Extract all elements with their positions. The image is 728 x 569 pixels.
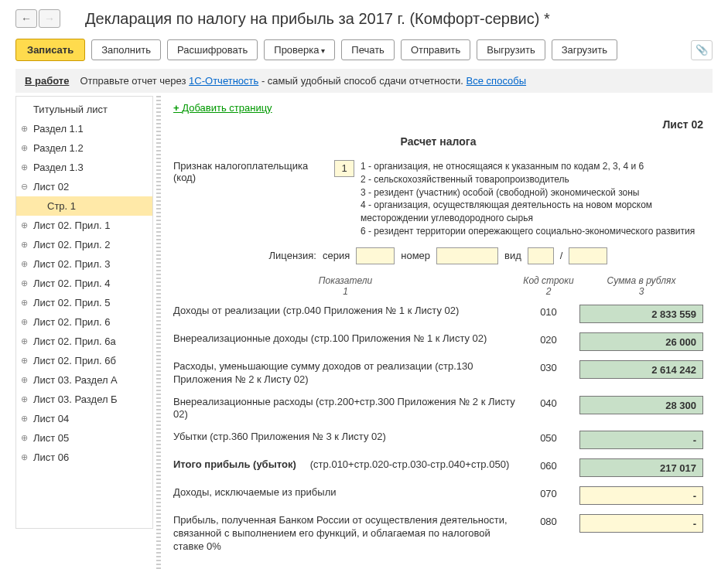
tree-item[interactable]: ⊕Лист 02. Прил. 1 <box>16 216 152 235</box>
write-button[interactable]: Записать <box>15 39 85 61</box>
expand-icon[interactable]: ⊕ <box>21 317 28 327</box>
value-input[interactable]: 2 614 242 <box>579 360 703 379</box>
header: ← → Декларация по налогу на прибыль за 2… <box>15 9 713 28</box>
row-desc: Доходы от реализации (стр.040 Приложения… <box>173 305 518 318</box>
expand-icon[interactable]: ⊕ <box>21 452 28 462</box>
tree-item-label: Лист 02. Прил. 2 <box>33 239 110 250</box>
license-type-input[interactable] <box>528 247 554 264</box>
value-input[interactable]: 2 833 559 <box>579 305 703 323</box>
tree-item-label: Лист 02. Прил. 5 <box>33 297 110 308</box>
tree-item[interactable]: ⊕Лист 02. Прил. 5 <box>16 293 152 312</box>
export-button[interactable]: Выгрузить <box>477 39 545 60</box>
tree-item[interactable]: ⊕Лист 03. Раздел А <box>16 370 152 390</box>
tree-item[interactable]: ⊕Лист 02. Прил. 4 <box>16 274 152 293</box>
tree-item-label: Лист 02 <box>33 181 69 193</box>
data-row: Доходы, исключаемые из прибыли070- <box>173 486 703 505</box>
check-button[interactable]: Проверка <box>264 39 335 60</box>
tree-item-label: Раздел 1.3 <box>33 162 84 173</box>
value-input[interactable]: 28 300 <box>579 396 703 414</box>
nav-buttons: ← → <box>15 9 60 28</box>
value-input[interactable]: 26 000 <box>579 332 703 351</box>
tree-item-label: Раздел 1.2 <box>33 142 84 154</box>
expand-icon[interactable]: ⊕ <box>21 162 28 172</box>
value-input[interactable]: - <box>579 514 703 533</box>
data-row: Внереализационные доходы (стр.100 Прилож… <box>173 332 703 351</box>
expand-icon[interactable]: ⊕ <box>21 240 28 250</box>
tree-item-label: Лист 05 <box>33 432 69 444</box>
expand-icon[interactable]: ⊖ <box>21 182 28 192</box>
expand-icon[interactable]: ⊕ <box>21 278 28 288</box>
service-link[interactable]: 1С-Отчетность <box>189 75 258 87</box>
row-code: 040 <box>525 396 572 409</box>
sidebar: Титульный лист⊕Раздел 1.1⊕Раздел 1.2⊕Раз… <box>15 96 153 529</box>
forward-button[interactable]: → <box>39 9 60 28</box>
expand-icon[interactable]: ⊕ <box>21 220 28 230</box>
tree-item[interactable]: Титульный лист <box>16 100 152 119</box>
tree-item[interactable]: ⊕Раздел 1.3 <box>16 158 152 177</box>
license-number-input[interactable] <box>436 247 498 264</box>
taxpayer-label: Признак налогоплательщика (код) <box>173 160 328 183</box>
data-row: Расходы, уменьшающие сумму доходов от ре… <box>173 360 703 387</box>
row-desc: Внереализационные доходы (стр.100 Прилож… <box>173 332 518 346</box>
taxpayer-code-input[interactable]: 1 <box>334 160 354 177</box>
value-input[interactable]: - <box>579 486 703 505</box>
tree-item[interactable]: ⊕Лист 05 <box>16 428 152 448</box>
tree-item[interactable]: ⊕Лист 02. Прил. 2 <box>16 235 152 254</box>
license-number-label: номер <box>401 250 430 261</box>
taxpayer-notes: 1 - организация, не относящаяся к указан… <box>361 160 703 238</box>
row-desc: Убытки (стр.360 Приложения № 3 к Листу 0… <box>173 431 518 444</box>
send-button[interactable]: Отправить <box>401 39 470 60</box>
tree-item[interactable]: ⊕Раздел 1.2 <box>16 138 152 158</box>
tree-item[interactable]: ⊖Лист 02 <box>16 177 152 196</box>
data-row: Прибыль, полученная Банком России от осу… <box>173 514 703 554</box>
expand-icon[interactable]: ⊕ <box>21 298 28 308</box>
expand-icon[interactable]: ⊕ <box>21 375 28 385</box>
tree-item[interactable]: ⊕Лист 03. Раздел Б <box>16 390 152 409</box>
license-series-input[interactable] <box>356 247 395 264</box>
expand-icon[interactable]: ⊕ <box>21 414 28 424</box>
tree-item-label: Лист 02. Прил. 3 <box>33 258 110 270</box>
tree-item[interactable]: ⊕Лист 02. Прил. 3 <box>16 254 152 274</box>
content: Добавить страницу Лист 02 Расчет налога … <box>164 96 713 569</box>
print-button[interactable]: Печать <box>341 39 395 60</box>
tree-item-label: Лист 02. Прил. 4 <box>33 278 110 289</box>
expand-icon[interactable]: ⊕ <box>21 336 28 346</box>
tree-item-label: Лист 03. Раздел А <box>33 374 118 386</box>
back-button[interactable]: ← <box>15 9 37 28</box>
expand-icon[interactable]: ⊕ <box>21 259 28 269</box>
row-code: 020 <box>525 332 572 346</box>
tree-item[interactable]: ⊕Раздел 1.1 <box>16 119 152 138</box>
tree-item[interactable]: ⊕Лист 02. Прил. 6б <box>16 351 152 370</box>
splitter[interactable] <box>156 96 161 569</box>
note-line: 4 - организация, осуществляющая деятельн… <box>361 199 703 225</box>
expand-icon[interactable]: ⊕ <box>21 356 28 366</box>
all-methods-link[interactable]: Все способы <box>467 75 526 87</box>
license-type-label: вид <box>504 250 521 261</box>
status-link[interactable]: В работе <box>25 75 69 87</box>
fill-button[interactable]: Заполнить <box>91 39 161 60</box>
tree-item-label: Лист 02. Прил. 6а <box>33 336 116 347</box>
tree-item[interactable]: ⊕Лист 04 <box>16 409 152 428</box>
tree-item[interactable]: ⊕Лист 02. Прил. 6 <box>16 312 152 332</box>
expand-icon[interactable]: ⊕ <box>21 394 28 404</box>
note-line: 3 - резидент (участник) особой (свободно… <box>361 186 703 199</box>
decode-button[interactable]: Расшифровать <box>167 39 258 60</box>
value-input[interactable]: 217 017 <box>579 458 703 477</box>
license-extra-input[interactable] <box>569 247 607 264</box>
tree-item-label: Лист 03. Раздел Б <box>33 394 118 405</box>
tree-item[interactable]: ⊕Лист 02. Прил. 6а <box>16 332 152 351</box>
expand-icon[interactable]: ⊕ <box>21 433 28 443</box>
import-button[interactable]: Загрузить <box>552 39 617 60</box>
attach-button[interactable]: 📎 <box>691 40 713 60</box>
row-desc: Прибыль, полученная Банком России от осу… <box>173 514 518 554</box>
data-row: Доходы от реализации (стр.040 Приложения… <box>173 305 703 323</box>
data-row: Убытки (стр.360 Приложения № 3 к Листу 0… <box>173 431 703 449</box>
expand-icon[interactable]: ⊕ <box>21 143 28 153</box>
tree-item[interactable]: ⊕Лист 06 <box>16 448 152 467</box>
data-rows: Доходы от реализации (стр.040 Приложения… <box>173 305 703 554</box>
expand-icon[interactable]: ⊕ <box>21 124 28 134</box>
row-code: 070 <box>525 486 572 499</box>
tree-item[interactable]: Стр. 1 <box>16 196 152 216</box>
value-input[interactable]: - <box>579 431 703 449</box>
add-page-link[interactable]: Добавить страницу <box>173 102 272 114</box>
